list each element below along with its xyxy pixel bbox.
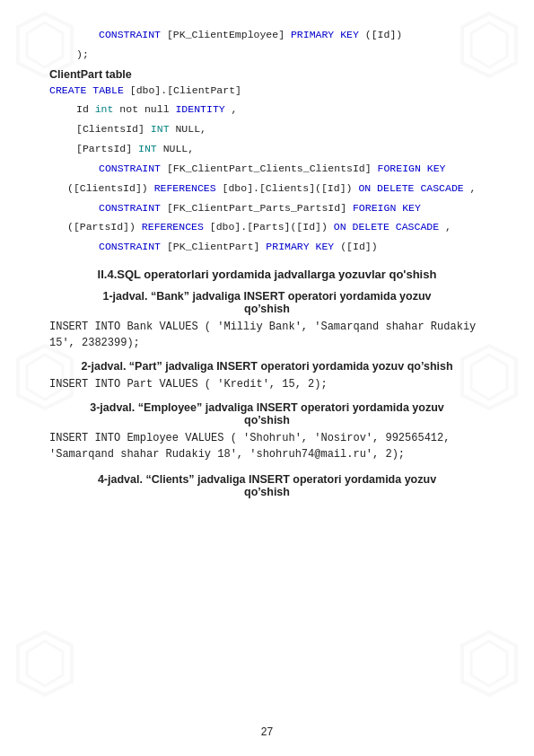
- code-text-4a: Id: [76, 103, 95, 115]
- code-text-7b3: ,: [470, 182, 477, 194]
- keyword-on-delete-cascade-2: ON DELETE CASCADE: [334, 221, 439, 233]
- keyword-identity: IDENTITY: [175, 103, 224, 115]
- code-closing-1: );: [76, 48, 89, 60]
- code-text-8b1: ([PartsId]): [67, 221, 142, 233]
- insert-code-1: INSERT INTO Bank VALUES ( 'Milliy Bank',…: [49, 319, 485, 351]
- code-text-7b1: ([ClientsId]): [67, 182, 154, 194]
- code-line-7b: ([ClientsId]) REFERENCES [dbo].[Clients]…: [49, 180, 485, 197]
- keyword-primary-key-1: PRIMARY KEY: [291, 29, 359, 40]
- code-text-6b: NULL,: [163, 143, 195, 154]
- code-text-7a: [FK_ClientPart_Clients_ClientsId]: [167, 163, 378, 174]
- page-number: 27: [0, 725, 534, 738]
- code-text-7b2: [dbo].[Clients]([Id]): [223, 182, 359, 194]
- code-text-5b: NULL,: [175, 123, 206, 135]
- code-line-1: CONSTRAINT [PK_ClientEmployee] PRIMARY K…: [49, 27, 485, 43]
- svg-marker-10: [462, 632, 516, 695]
- keyword-primary-key-2: PRIMARY KEY: [266, 241, 334, 252]
- keyword-references-1: REFERENCES: [154, 182, 216, 194]
- code-line-3: CREATE TABLE [dbo].[ClientPart]: [49, 83, 485, 99]
- code-line-4: Id int not null IDENTITY ,: [49, 101, 485, 118]
- code-text-4c: ,: [232, 103, 238, 115]
- code-text-8b3: ,: [445, 221, 451, 233]
- code-text-1: [PK_ClientEmployee]: [167, 29, 291, 40]
- code-text-4b: not null: [119, 103, 175, 115]
- code-line-6: [PartsId] INT NULL,: [49, 141, 485, 157]
- code-line-7a: CONSTRAINT [FK_ClientPart_Clients_Client…: [49, 161, 485, 177]
- keyword-references-2: REFERENCES: [142, 221, 204, 233]
- code-text-9a: [PK_ClientPart]: [167, 241, 266, 252]
- code-line-9: CONSTRAINT [PK_ClientPart] PRIMARY KEY (…: [49, 239, 485, 255]
- keyword-constraint-1: CONSTRAINT: [99, 29, 161, 40]
- keyword-constraint-2: CONSTRAINT: [99, 163, 161, 174]
- sub-heading-2: 2-jadval. “Part” jadvaliga INSERT operat…: [49, 360, 485, 373]
- code-text-6a: [PartsId]: [76, 143, 138, 154]
- insert-code-3: INSERT INTO Employee VALUES ( 'Shohruh',…: [49, 430, 485, 462]
- sub-heading-4: 4-jadval. “Clients” jadvaliga INSERT ope…: [49, 473, 485, 498]
- keyword-int-3: INT: [138, 143, 157, 154]
- keyword-int-1: int: [95, 103, 114, 115]
- code-text-8a: [FK_ClientPart_Parts_PartsId]: [167, 202, 353, 214]
- svg-marker-11: [471, 641, 507, 686]
- section-heading: II.4.SQL operatorlari yordamida jadvalla…: [49, 266, 485, 284]
- keyword-foreign-key-2: FOREIGN KEY: [353, 202, 421, 214]
- code-line-8b: ([PartsId]) REFERENCES [dbo].[Parts]([Id…: [49, 219, 485, 235]
- code-text-3: [dbo].[ClientPart]: [130, 84, 241, 96]
- sub-heading-3: 3-jadval. “Employee” jadvaliga INSERT op…: [49, 401, 485, 426]
- keyword-foreign-key-1: FOREIGN KEY: [378, 163, 446, 174]
- keyword-constraint-4: CONSTRAINT: [99, 241, 161, 252]
- keyword-create-table: CREATE TABLE: [49, 84, 124, 96]
- code-line-5: [ClientsId] INT NULL,: [49, 121, 485, 137]
- code-text-8b2: [dbo].[Parts]([Id]): [210, 221, 334, 233]
- code-text-9b: ([Id]): [340, 241, 377, 252]
- keyword-on-delete-cascade-1: ON DELETE CASCADE: [358, 182, 463, 194]
- svg-marker-9: [27, 641, 63, 686]
- code-text-1b: ([Id]): [365, 29, 402, 40]
- sub-heading-1: 1-jadval. “Bank” jadvaliga INSERT operat…: [49, 290, 485, 315]
- clientpart-label: ClientPart table: [49, 68, 485, 81]
- insert-code-2: INSERT INTO Part VALUES ( 'Kredit', 15, …: [49, 376, 485, 392]
- keyword-constraint-3: CONSTRAINT: [99, 202, 161, 214]
- code-text-5a: [ClientsId]: [76, 123, 151, 135]
- code-line-8a: CONSTRAINT [FK_ClientPart_Parts_PartsId]…: [49, 200, 485, 216]
- code-line-2: );: [49, 47, 485, 63]
- keyword-int-2: INT: [151, 123, 170, 135]
- svg-marker-8: [18, 632, 72, 695]
